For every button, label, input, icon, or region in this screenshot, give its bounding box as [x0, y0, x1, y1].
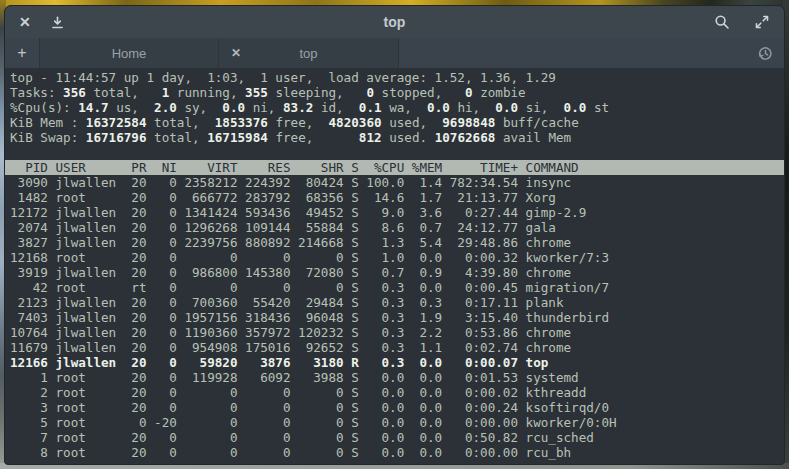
process-row-1482: 1482 root 20 0 666772 283792 68356 S 14.…	[10, 190, 784, 205]
titlebar: ✕ top	[5, 6, 784, 38]
process-row-3919: 3919 jlwallen 20 0 986800 145380 72080 S…	[10, 265, 784, 280]
process-row-12166: 12166 jlwallen 20 0 59820 3876 3180 R 0.…	[10, 355, 784, 370]
tab-top[interactable]: ✕ top	[219, 38, 399, 68]
table-header: PID USER PR NI VIRT RES SHR S %CPU %MEM …	[5, 160, 784, 175]
process-row-11679: 11679 jlwallen 20 0 954908 175016 92652 …	[10, 340, 784, 355]
tabbar-spacer	[399, 38, 757, 68]
process-row-12172: 12172 jlwallen 20 0 1341424 593436 49452…	[10, 205, 784, 220]
process-row-2123: 2123 jlwallen 20 0 700360 55420 29484 S …	[10, 295, 784, 310]
window-title: top	[5, 14, 784, 30]
process-row-12168: 12168 root 20 0 0 0 0 S 1.0 0.0 0:00.32 …	[10, 250, 784, 265]
new-tab-button[interactable]: +	[5, 38, 39, 68]
tab-close-icon[interactable]: ✕	[231, 46, 241, 60]
summary-line: %Cpu(s): 14.7 us, 2.0 sy, 0.0 ni, 83.2 i…	[10, 100, 784, 115]
process-row-3827: 3827 jlwallen 20 0 2239756 880892 214668…	[10, 235, 784, 250]
process-row-3090: 3090 jlwallen 20 0 2358212 224392 80424 …	[10, 175, 784, 190]
process-row-7: 7 root 20 0 0 0 0 S 0.0 0.0 0:50.82 rcu_…	[10, 430, 784, 445]
process-row-3: 3 root 20 0 0 0 0 S 0.0 0.0 0:00.24 ksof…	[10, 400, 784, 415]
process-row-2: 2 root 20 0 0 0 0 S 0.0 0.0 0:00.02 kthr…	[10, 385, 784, 400]
process-row-2074: 2074 jlwallen 20 0 1296268 109144 55884 …	[10, 220, 784, 235]
process-row-7403: 7403 jlwallen 20 0 1957156 318436 96048 …	[10, 310, 784, 325]
terminal-window: ✕ top + Home ✕	[4, 5, 785, 465]
process-row-10764: 10764 jlwallen 20 0 1190360 357972 12023…	[10, 325, 784, 340]
blank-line	[10, 145, 784, 160]
maximize-icon[interactable]	[754, 14, 770, 30]
summary-line: Tasks: 356 total, 1 running, 355 sleepin…	[10, 85, 784, 100]
tab-bar: + Home ✕ top	[5, 38, 784, 68]
window-close-icon[interactable]: ✕	[19, 15, 31, 29]
download-icon[interactable]	[51, 16, 64, 29]
search-icon[interactable]	[714, 14, 730, 30]
process-row-8: 8 root 20 0 0 0 0 S 0.0 0.0 0:00.00 rcu_…	[10, 445, 784, 460]
process-row-42: 42 root rt 0 0 0 0 S 0.3 0.0 0:00.45 mig…	[10, 280, 784, 295]
tab-home-label: Home	[112, 46, 147, 61]
summary-line: top - 11:44:57 up 1 day, 1:03, 1 user, l…	[10, 70, 784, 85]
terminal-screen[interactable]: top - 11:44:57 up 1 day, 1:03, 1 user, l…	[5, 68, 784, 464]
tab-top-label: top	[299, 46, 317, 61]
process-row-5: 5 root 0 -20 0 0 0 S 0.0 0.0 0:00.00 kwo…	[10, 415, 784, 430]
process-row-1: 1 root 20 0 119928 6092 3988 S 0.0 0.0 0…	[10, 370, 784, 385]
tab-home[interactable]: Home	[39, 38, 219, 68]
summary-line: KiB Mem : 16372584 total, 1853376 free, …	[10, 115, 784, 130]
summary-line: KiB Swap: 16716796 total, 16715984 free,…	[10, 130, 784, 145]
history-icon[interactable]	[757, 45, 774, 62]
